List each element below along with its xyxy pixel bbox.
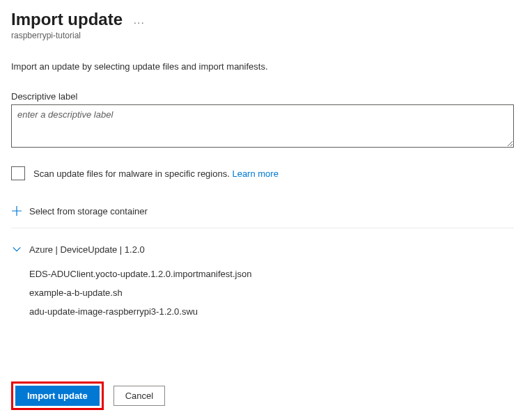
highlight-annotation: Import update — [11, 381, 104, 410]
list-item: adu-update-image-raspberrypi3-1.2.0.swu — [29, 302, 521, 321]
learn-more-link[interactable]: Learn more — [232, 168, 278, 179]
select-storage-button[interactable]: Select from storage container — [11, 205, 514, 228]
descriptive-label-input[interactable] — [11, 104, 514, 148]
scan-checkbox[interactable] — [11, 166, 25, 180]
cancel-button[interactable]: Cancel — [114, 386, 165, 406]
descriptive-label-caption: Descriptive label — [11, 91, 521, 102]
chevron-down-icon — [11, 244, 22, 255]
title-row: Import update ··· — [11, 10, 521, 29]
update-group-label: Azure | DeviceUpdate | 1.2.0 — [29, 244, 145, 255]
instruction-text: Import an update by selecting update fil… — [11, 61, 521, 72]
scan-checkbox-row: Scan update files for malware in specifi… — [11, 166, 521, 180]
breadcrumb-subtitle: raspberrypi-tutorial — [11, 31, 521, 40]
scan-label-text: Scan update files for malware in specifi… — [33, 168, 232, 179]
plus-icon — [11, 205, 22, 217]
more-icon[interactable]: ··· — [132, 15, 146, 29]
list-item: example-a-b-update.sh — [29, 283, 521, 302]
scan-label: Scan update files for malware in specifi… — [33, 168, 279, 179]
update-group-toggle[interactable]: Azure | DeviceUpdate | 1.2.0 — [11, 244, 521, 255]
page-header: Import update ··· raspberrypi-tutorial — [11, 10, 521, 40]
import-update-button[interactable]: Import update — [15, 386, 100, 406]
list-item: EDS-ADUClient.yocto-update.1.2.0.importm… — [29, 265, 521, 283]
page-title: Import update — [11, 10, 123, 29]
file-list: EDS-ADUClient.yocto-update.1.2.0.importm… — [11, 265, 521, 321]
select-storage-label: Select from storage container — [29, 206, 148, 217]
footer-actions: Import update Cancel — [11, 381, 165, 410]
